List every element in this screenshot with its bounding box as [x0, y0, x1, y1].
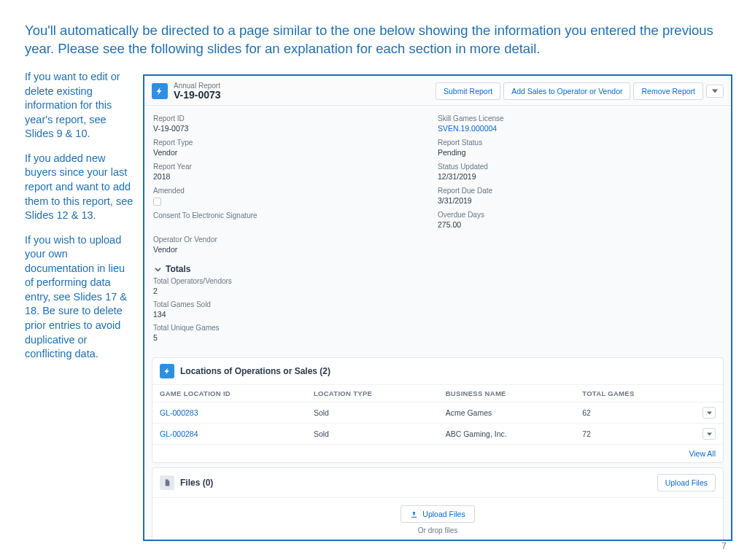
locations-title: Locations of Operations or Sales (2): [180, 366, 330, 376]
total-unique-games-label: Total Unique Games: [153, 324, 722, 332]
totals-heading-text: Totals: [166, 264, 190, 274]
upload-files-label: Upload Files: [422, 510, 465, 518]
upload-icon: [410, 510, 418, 518]
files-title: Files (0): [180, 478, 213, 488]
view-all-link[interactable]: View All: [689, 449, 716, 458]
total-games-cell: 62: [575, 402, 695, 424]
total-operators-label: Total Operators/Vendors: [153, 277, 722, 285]
header-more-button[interactable]: [706, 85, 724, 98]
app-frame: Annual Report V-19-0073 Submit Report Ad…: [143, 74, 732, 541]
location-id-link[interactable]: GL-000284: [160, 429, 198, 438]
report-type-value: Vendor: [153, 148, 438, 157]
status-label: Report Status: [438, 139, 722, 147]
table-row[interactable]: GL-000283 Sold Acme Games 62: [152, 402, 723, 424]
page-header: Annual Report V-19-0073 Submit Report Ad…: [144, 76, 731, 106]
bolt-icon: [152, 83, 168, 99]
locations-card-header: Locations of Operations or Sales (2): [152, 358, 723, 384]
drop-files-text: Or drop files: [160, 526, 716, 534]
col-business-name: BUSINESS NAME: [438, 385, 576, 402]
totals-block: Total Operators/Vendors 2 Total Games So…: [144, 277, 731, 353]
slide-title: You'll automatically be directed to a pa…: [25, 22, 722, 58]
file-icon: [160, 475, 174, 490]
files-card-header: Files (0) Upload Files: [152, 468, 723, 497]
details-right-column: Skill Games License SVEN.19.000004 Repor…: [438, 114, 722, 260]
files-card: Files (0) Upload Files Upload Files Or d…: [152, 467, 724, 541]
location-id-link[interactable]: GL-000283: [160, 408, 198, 417]
business-name-cell: Acme Games: [438, 402, 576, 424]
upload-files-button[interactable]: Upload Files: [400, 505, 474, 523]
status-value: Pending: [438, 148, 722, 157]
total-unique-games-value: 5: [153, 333, 722, 342]
locations-table: GAME LOCATION ID LOCATION TYPE BUSINESS …: [152, 384, 723, 445]
total-operators-value: 2: [153, 287, 722, 295]
total-games-sold-label: Total Games Sold: [153, 300, 722, 308]
updated-label: Status Updated: [438, 163, 722, 171]
bolt-icon: [160, 364, 174, 378]
license-link[interactable]: SVEN.19.000004: [438, 124, 497, 133]
sidebar-para-1: If you want to edit or delete existing i…: [25, 70, 134, 141]
page-number: 7: [721, 540, 727, 551]
remove-report-button[interactable]: Remove Report: [633, 82, 703, 100]
overdue-value: 275.00: [438, 220, 722, 229]
files-dropzone[interactable]: Upload Files Or drop files: [152, 497, 723, 541]
sidebar-para-3: If you wish to upload your own documenta…: [25, 233, 134, 362]
consent-label: Consent To Electronic Signature: [153, 211, 438, 219]
amended-checkbox[interactable]: [153, 198, 161, 206]
license-label: Skill Games License: [438, 114, 722, 122]
report-year-label: Report Year: [153, 163, 438, 171]
report-year-value: 2018: [153, 172, 438, 181]
report-type-label: Report Type: [153, 139, 438, 147]
updated-value: 12/31/2019: [438, 172, 722, 181]
overdue-label: Overdue Days: [438, 211, 722, 219]
operator-vendor-value: Vendor: [153, 245, 438, 254]
location-type-cell: Sold: [306, 424, 438, 445]
row-menu-button[interactable]: [703, 428, 716, 440]
report-id-value: V-19-0073: [153, 124, 438, 133]
operator-vendor-label: Operator Or Vendor: [153, 236, 438, 244]
business-name-cell: ABC Gaming, Inc.: [438, 424, 576, 445]
total-games-cell: 72: [575, 424, 695, 445]
sidebar-para-2: If you added new buyers since your last …: [25, 152, 134, 223]
table-row[interactable]: GL-000284 Sold ABC Gaming, Inc. 72: [152, 424, 723, 445]
record-details: Report ID V-19-0073 Report Type Vendor R…: [144, 106, 731, 260]
totals-heading[interactable]: Totals: [144, 260, 731, 277]
col-total-games: TOTAL GAMES: [575, 385, 695, 402]
locations-card: Locations of Operations or Sales (2) GAM…: [152, 357, 724, 463]
row-menu-button[interactable]: [703, 407, 716, 419]
details-left-column: Report ID V-19-0073 Report Type Vendor R…: [153, 114, 438, 260]
slide-sidebar: If you want to edit or delete existing i…: [25, 70, 134, 372]
amended-label: Amended: [153, 187, 438, 195]
add-sales-button[interactable]: Add Sales to Operator or Vendor: [503, 82, 630, 100]
submit-report-button[interactable]: Submit Report: [436, 82, 500, 100]
header-title: V-19-0073: [174, 90, 221, 101]
col-game-location-id: GAME LOCATION ID: [152, 385, 306, 402]
col-location-type: LOCATION TYPE: [306, 385, 438, 402]
location-type-cell: Sold: [306, 402, 438, 424]
report-id-label: Report ID: [153, 114, 438, 122]
due-value: 3/31/2019: [438, 196, 722, 205]
chevron-down-icon: [153, 265, 162, 273]
upload-files-button-header[interactable]: Upload Files: [657, 474, 716, 491]
total-games-sold-value: 134: [153, 310, 722, 319]
header-title-block: Annual Report V-19-0073: [174, 82, 221, 101]
due-label: Report Due Date: [438, 187, 722, 195]
